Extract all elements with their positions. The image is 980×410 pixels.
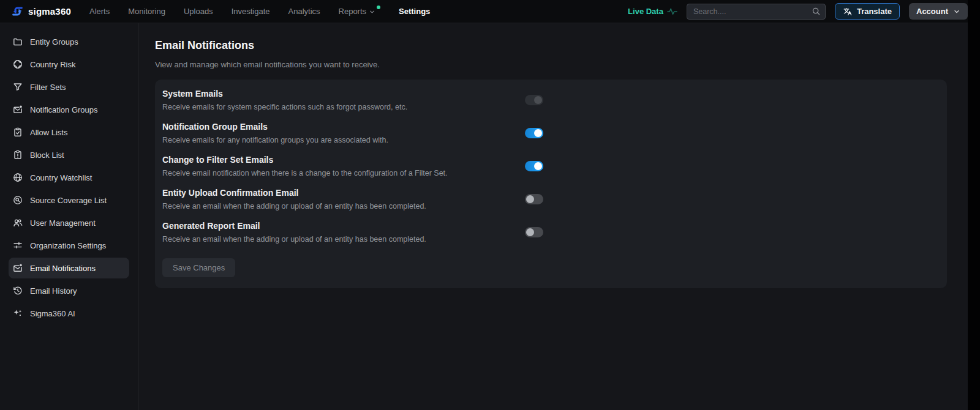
- setting-title: Notification Group Emails: [162, 122, 525, 132]
- brand-name: sigma360: [28, 6, 71, 17]
- sidebar-item-label: Entity Groups: [30, 37, 78, 47]
- pulse-icon: [667, 7, 677, 16]
- setting-text: Change to Filter Set Emails Receive emai…: [162, 155, 525, 177]
- live-data-label: Live Data: [628, 7, 663, 16]
- sidebar-item-email-notifications[interactable]: Email Notifications: [9, 258, 129, 278]
- nav-reports-label: Reports: [339, 7, 367, 16]
- sidebar-item-label: Allow Lists: [30, 128, 67, 137]
- email-notifications-panel: System Emails Receive emails for system …: [155, 80, 947, 288]
- translate-button[interactable]: Translate: [835, 3, 900, 20]
- save-changes-button[interactable]: Save Changes: [162, 258, 235, 277]
- clipboard-check-icon: [13, 127, 23, 137]
- search-icon: [812, 7, 821, 16]
- chevron-down-icon: [953, 8, 960, 15]
- nav-alerts[interactable]: Alerts: [89, 7, 110, 16]
- live-data-indicator: Live Data: [628, 7, 677, 16]
- sidebar-item-label: Email Notifications: [30, 264, 96, 273]
- folder-icon: [13, 37, 23, 47]
- search-input[interactable]: [687, 4, 826, 20]
- toggle-knob: [534, 162, 542, 170]
- nav-settings[interactable]: Settings: [399, 7, 430, 16]
- sidebar-item-organization-settings[interactable]: Organization Settings: [9, 235, 129, 256]
- users-icon: [13, 218, 23, 228]
- search-box: [687, 4, 826, 20]
- setting-text: Generated Report Email Receive an email …: [162, 221, 525, 244]
- main-content: Email Notifications View and manage whic…: [138, 23, 980, 410]
- sidebar-item-label: Country Risk: [30, 60, 75, 69]
- page-subtitle: View and manage which email notification…: [155, 60, 959, 69]
- nav-investigate[interactable]: Investigate: [232, 7, 270, 16]
- sidebar-item-label: Notification Groups: [30, 105, 98, 114]
- translate-icon: [843, 7, 853, 17]
- nav-monitoring[interactable]: Monitoring: [128, 7, 165, 16]
- settings-sidebar: Entity Groups Country Risk Filter Sets N…: [0, 23, 138, 410]
- sidebar-item-user-management[interactable]: User Management: [9, 212, 129, 233]
- sidebar-item-entity-groups[interactable]: Entity Groups: [9, 31, 129, 52]
- sliders-icon: [13, 240, 23, 250]
- setting-description: Receive emails for any notification grou…: [162, 136, 525, 144]
- reports-status-dot: [377, 6, 380, 9]
- setting-row-filter-set-emails: Change to Filter Set Emails Receive emai…: [162, 155, 940, 177]
- setting-title: Entity Upload Confirmation Email: [162, 188, 525, 198]
- setting-text: System Emails Receive emails for system …: [162, 89, 525, 111]
- sidebar-item-label: Source Coverage List: [30, 196, 107, 205]
- sidebar-item-label: Country Watchlist: [30, 173, 92, 182]
- setting-description: Receive an email when the adding or uplo…: [162, 235, 525, 244]
- sidebar-item-label: Sigma360 AI: [30, 309, 75, 318]
- toggle-knob: [526, 195, 534, 203]
- nav-uploads[interactable]: Uploads: [184, 7, 213, 16]
- generated-report-email-toggle[interactable]: [525, 227, 543, 237]
- sidebar-item-allow-lists[interactable]: Allow Lists: [9, 122, 129, 143]
- account-button[interactable]: Account: [909, 3, 968, 20]
- sidebar-item-filter-sets[interactable]: Filter Sets: [9, 76, 129, 97]
- sidebar-item-label: Email History: [30, 286, 77, 296]
- system-emails-toggle[interactable]: [525, 95, 543, 105]
- history-icon: [13, 286, 23, 296]
- navbar-right-group: Live Data Translate Account: [628, 3, 968, 20]
- setting-row-notification-group-emails: Notification Group Emails Receive emails…: [162, 122, 940, 144]
- brand-logo[interactable]: sigma360: [11, 5, 71, 18]
- mail-notification-icon: [13, 263, 23, 273]
- sidebar-item-sigma360-ai[interactable]: Sigma360 AI: [9, 303, 129, 324]
- sidebar-item-country-watchlist[interactable]: Country Watchlist: [9, 167, 129, 188]
- toggle-knob: [534, 129, 542, 137]
- filter-set-emails-toggle[interactable]: [525, 161, 543, 171]
- sidebar-item-country-risk[interactable]: Country Risk: [9, 54, 129, 75]
- sparkles-icon: [13, 308, 23, 318]
- search-circle-icon: [13, 195, 23, 205]
- setting-title: Change to Filter Set Emails: [162, 155, 525, 165]
- setting-description: Receive an email when the adding or uplo…: [162, 202, 525, 211]
- toggle-knob: [534, 96, 542, 104]
- scrollbar-track[interactable]: [968, 0, 980, 410]
- globe-grid-icon: [13, 173, 23, 182]
- sidebar-item-email-history[interactable]: Email History: [9, 280, 129, 301]
- translate-label: Translate: [857, 7, 892, 16]
- sidebar-item-source-coverage-list[interactable]: Source Coverage List: [9, 190, 129, 211]
- sidebar-item-label: Filter Sets: [30, 83, 66, 92]
- entity-upload-confirmation-toggle[interactable]: [525, 194, 543, 204]
- setting-description: Receive emails for system specific actio…: [162, 103, 525, 111]
- chevron-down-icon: [369, 9, 375, 15]
- nav-reports[interactable]: Reports: [339, 7, 381, 16]
- setting-description: Receive email notification when there is…: [162, 169, 525, 177]
- sidebar-item-label: User Management: [30, 218, 96, 228]
- sigma360-logo-icon: [11, 5, 24, 18]
- toggle-knob: [526, 228, 534, 236]
- notification-group-emails-toggle[interactable]: [525, 128, 543, 138]
- sidebar-item-label: Organization Settings: [30, 241, 106, 250]
- setting-text: Entity Upload Confirmation Email Receive…: [162, 188, 525, 211]
- globe-icon: [13, 59, 23, 69]
- clipboard-alert-icon: [13, 150, 23, 160]
- sidebar-item-notification-groups[interactable]: Notification Groups: [9, 99, 129, 120]
- primary-nav: Alerts Monitoring Uploads Investigate An…: [89, 7, 430, 16]
- sidebar-item-label: Block List: [30, 151, 64, 160]
- top-navbar: sigma360 Alerts Monitoring Uploads Inves…: [0, 0, 980, 23]
- setting-row-system-emails: System Emails Receive emails for system …: [162, 89, 940, 111]
- mail-notification-icon: [13, 105, 23, 114]
- sidebar-item-block-list[interactable]: Block List: [9, 144, 129, 165]
- setting-title: System Emails: [162, 89, 525, 99]
- setting-row-generated-report-email: Generated Report Email Receive an email …: [162, 221, 940, 244]
- nav-analytics[interactable]: Analytics: [288, 7, 320, 16]
- setting-row-entity-upload-confirmation: Entity Upload Confirmation Email Receive…: [162, 188, 940, 211]
- setting-text: Notification Group Emails Receive emails…: [162, 122, 525, 144]
